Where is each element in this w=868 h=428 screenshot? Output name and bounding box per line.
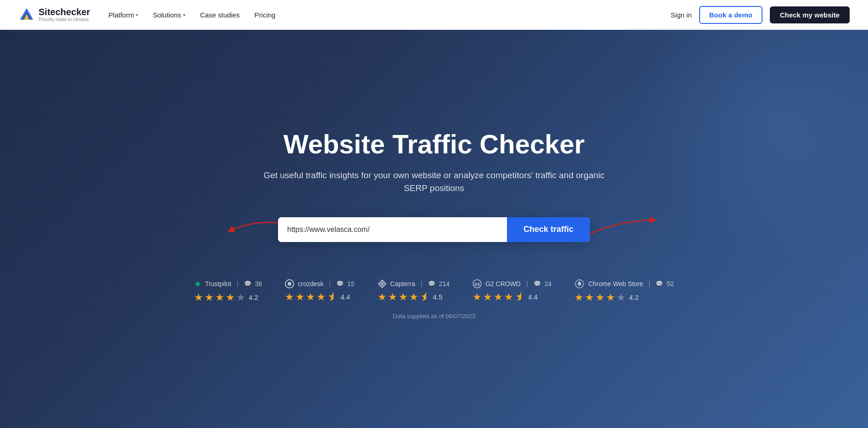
capterra-count: 214 bbox=[439, 280, 450, 287]
star-full: ★ bbox=[295, 291, 305, 303]
rating-trustpilot: ★ Trustpilot | 💬 36 ★ ★ ★ ★ ★ 4.2 bbox=[194, 279, 262, 304]
star-full: ★ bbox=[194, 292, 203, 304]
star-half: ⯨ bbox=[515, 291, 525, 303]
chrome-web-store-count: 52 bbox=[667, 280, 674, 287]
hero-title: Website Traffic Checker bbox=[284, 130, 585, 159]
star-full: ★ bbox=[494, 291, 503, 303]
book-demo-button[interactable]: Book a demo bbox=[699, 6, 762, 24]
crozdesk-count: 15 bbox=[347, 280, 355, 287]
comment-icon: 💬 bbox=[534, 280, 541, 287]
check-website-button[interactable]: Check my website bbox=[770, 6, 850, 23]
chevron-down-icon: ▾ bbox=[136, 12, 138, 17]
star-full: ★ bbox=[473, 291, 482, 303]
g2crowd-icon: G2 bbox=[473, 279, 482, 288]
star-full: ★ bbox=[409, 291, 418, 303]
logo-link[interactable]: Sitechecker Proudly made in Ukraine bbox=[18, 6, 90, 23]
arrow-left-icon bbox=[223, 216, 283, 243]
hero-subtitle: Get useful traffic insights for your own… bbox=[255, 169, 613, 195]
star-full: ★ bbox=[585, 292, 594, 304]
star-full: ★ bbox=[306, 291, 315, 303]
logo-tagline: Proudly made in Ukraine bbox=[39, 17, 90, 23]
url-search-input[interactable] bbox=[278, 217, 507, 242]
star-full: ★ bbox=[215, 292, 224, 304]
star-full: ★ bbox=[317, 291, 326, 303]
sign-in-button[interactable]: Sign in bbox=[671, 11, 692, 19]
capterra-score: 4.5 bbox=[433, 293, 443, 301]
comment-icon: 💬 bbox=[656, 280, 663, 287]
star-full: ★ bbox=[595, 292, 605, 304]
capterra-label: Capterra bbox=[390, 280, 415, 287]
comment-icon: 💬 bbox=[336, 280, 344, 287]
ratings-bar: ★ Trustpilot | 💬 36 ★ ★ ★ ★ ★ 4.2 bbox=[194, 279, 674, 304]
star-half: ⯨ bbox=[327, 291, 337, 303]
star-full: ★ bbox=[483, 291, 492, 303]
g2crowd-label: G2 CROWD bbox=[485, 280, 521, 287]
rating-crozdesk: crozdesk | 💬 15 ★ ★ ★ ★ ⯨ 4.4 bbox=[285, 279, 354, 303]
rating-g2crowd: G2 G2 CROWD | 💬 24 ★ ★ ★ ★ ⯨ 4.4 bbox=[473, 279, 551, 303]
hero-section: Website Traffic Checker Get useful traff… bbox=[0, 30, 868, 428]
comment-icon: 💬 bbox=[244, 280, 251, 287]
nav-platform[interactable]: Platform ▾ bbox=[108, 11, 138, 19]
star-full: ★ bbox=[388, 291, 397, 303]
star-full: ★ bbox=[399, 291, 408, 303]
star-full: ★ bbox=[574, 292, 584, 304]
star-full: ★ bbox=[504, 291, 513, 303]
navbar: Sitechecker Proudly made in Ukraine Plat… bbox=[0, 0, 868, 30]
data-supplied-text: Data supplied as of 06/07/2023 bbox=[393, 313, 475, 320]
logo-text: Sitechecker Proudly made in Ukraine bbox=[39, 7, 90, 23]
nav-solutions[interactable]: Solutions ▾ bbox=[153, 11, 185, 19]
svg-text:G2: G2 bbox=[474, 282, 480, 287]
logo-icon bbox=[18, 6, 35, 23]
g2crowd-score: 4.4 bbox=[528, 293, 538, 301]
g2crowd-count: 24 bbox=[545, 280, 552, 287]
chevron-down-icon: ▾ bbox=[183, 12, 185, 17]
chrome-web-store-label: Chrome Web Store bbox=[588, 280, 643, 287]
check-traffic-button[interactable]: Check traffic bbox=[507, 217, 590, 242]
star-full: ★ bbox=[606, 292, 615, 304]
star-full: ★ bbox=[378, 291, 387, 303]
svg-point-4 bbox=[288, 282, 291, 286]
trustpilot-label: Trustpilot bbox=[205, 280, 231, 287]
star-full: ★ bbox=[226, 292, 235, 304]
star-empty: ★ bbox=[617, 292, 626, 304]
trustpilot-icon: ★ bbox=[194, 279, 201, 289]
trustpilot-score: 4.2 bbox=[249, 293, 258, 301]
star-half: ⯨ bbox=[420, 291, 430, 303]
comment-icon: 💬 bbox=[428, 280, 435, 287]
star-empty: ★ bbox=[236, 292, 245, 304]
crozdesk-score: 4.4 bbox=[340, 293, 350, 301]
star-full: ★ bbox=[205, 292, 214, 304]
logo-name: Sitechecker bbox=[39, 7, 90, 17]
nav-links: Platform ▾ Solutions ▾ Case studies Pric… bbox=[108, 11, 671, 19]
chrome-icon bbox=[574, 279, 584, 289]
arrow-right-icon bbox=[585, 211, 663, 238]
search-box: Check traffic bbox=[278, 217, 590, 242]
rating-capterra: Capterra | 💬 214 ★ ★ ★ ★ ⯨ 4.5 bbox=[378, 279, 450, 303]
svg-rect-11 bbox=[579, 280, 580, 284]
search-container: Check traffic bbox=[278, 217, 590, 242]
crozdesk-label: crozdesk bbox=[298, 280, 323, 287]
star-full: ★ bbox=[285, 291, 294, 303]
crozdesk-icon bbox=[285, 279, 294, 288]
nav-pricing[interactable]: Pricing bbox=[255, 11, 276, 19]
rating-chrome-web-store: Chrome Web Store | 💬 52 ★ ★ ★ ★ ★ 4.2 bbox=[574, 279, 674, 304]
trustpilot-count: 36 bbox=[255, 280, 262, 287]
capterra-icon bbox=[378, 279, 387, 288]
nav-case-studies[interactable]: Case studies bbox=[200, 11, 240, 19]
navbar-actions: Sign in Book a demo Check my website bbox=[671, 6, 850, 24]
chrome-web-store-score: 4.2 bbox=[629, 293, 639, 301]
